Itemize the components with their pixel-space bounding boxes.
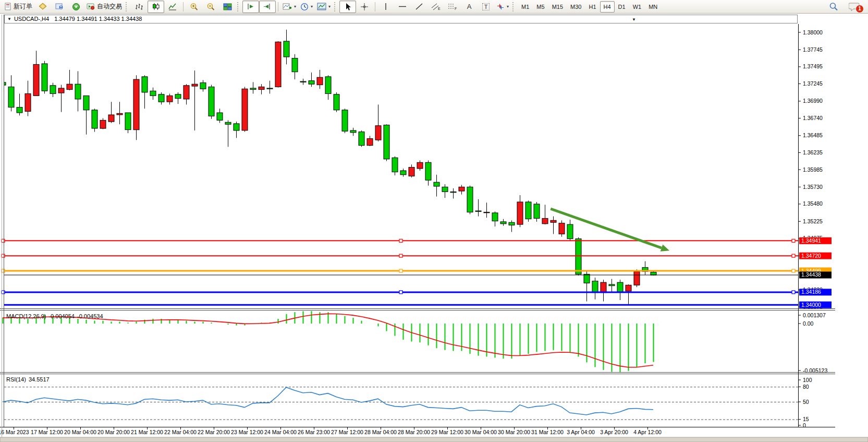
search-icon: [829, 2, 838, 11]
zoom-out-button[interactable]: [202, 1, 219, 13]
svg-text:1.36485: 1.36485: [803, 132, 823, 138]
macd-label-row: MACD(12,26,9)-0.004054-0.004534: [6, 313, 106, 319]
price-label-1.34720: 1.34720: [799, 253, 832, 259]
svg-text:30 Mar 04:00: 30 Mar 04:00: [464, 429, 497, 435]
timeframe-h4[interactable]: H4: [600, 1, 615, 13]
new-order-button[interactable]: 新订单: [2, 1, 34, 13]
timeframe-w1[interactable]: W1: [629, 1, 645, 13]
line-chart-button[interactable]: [164, 1, 181, 13]
cursor-tool-button[interactable]: [339, 1, 356, 13]
svg-text:1.38000: 1.38000: [803, 29, 823, 35]
svg-text:1.34438: 1.34438: [801, 271, 821, 278]
text-tool-icon: A: [467, 3, 472, 10]
new-order-icon: [4, 3, 12, 10]
notifications-button[interactable]: 1: [846, 1, 863, 13]
dropdown-caret-icon: ▾: [311, 4, 313, 9]
svg-text:20 Mar 04:00: 20 Mar 04:00: [64, 429, 96, 435]
svg-text:27 Mar 12:00: 27 Mar 12:00: [331, 429, 363, 435]
signals-button[interactable]: [68, 1, 84, 13]
toolbar-separator: [375, 2, 375, 11]
svg-text:50: 50: [803, 399, 809, 405]
dropdown-caret-icon: ▾: [507, 4, 509, 9]
svg-text:1.37245: 1.37245: [803, 80, 823, 87]
autotrading-icon: [87, 3, 95, 10]
toolbar-grip: [237, 2, 241, 11]
community-button[interactable]: [51, 1, 68, 13]
templates-button[interactable]: ▾: [315, 1, 333, 13]
vertical-line-icon: [382, 3, 389, 10]
svg-text:26 Mar 23:00: 26 Mar 23:00: [298, 429, 330, 435]
market-watch-button[interactable]: [34, 1, 51, 13]
auto-scroll-button[interactable]: [242, 1, 259, 13]
timeframe-m30[interactable]: M30: [567, 1, 585, 13]
svg-text:1.36235: 1.36235: [803, 149, 823, 156]
svg-text:1.36740: 1.36740: [803, 115, 823, 121]
templates-icon: [317, 3, 326, 10]
arrows-icon: [496, 3, 505, 10]
svg-text:1.34941: 1.34941: [801, 237, 821, 244]
zoom-in-button[interactable]: [186, 1, 202, 13]
svg-text:22 Mar 20:00: 22 Mar 20:00: [198, 429, 230, 435]
bar-chart-button[interactable]: [131, 1, 148, 13]
timeframe-m5[interactable]: M5: [533, 1, 548, 13]
fibonacci-tool-button[interactable]: F: [444, 1, 461, 13]
svg-text:1.35480: 1.35480: [803, 200, 823, 207]
timeframe-mn[interactable]: MN: [645, 1, 661, 13]
svg-text:80: 80: [803, 384, 809, 390]
search-button[interactable]: [825, 1, 842, 13]
text-label-tool-button[interactable]: T: [478, 1, 494, 13]
chat-bubble-icon: 1: [849, 2, 860, 11]
clock-icon: [300, 3, 309, 11]
vertical-line-tool-button[interactable]: [377, 1, 394, 13]
timeframe-d1[interactable]: D1: [615, 1, 629, 13]
svg-text:E: E: [438, 7, 441, 10]
svg-text:-0.005123: -0.005123: [803, 367, 827, 374]
line-chart-icon: [168, 3, 177, 10]
toolbar-right-icons: 1: [825, 1, 866, 13]
cursor-icon: [344, 3, 352, 11]
svg-text:29 Mar 12:00: 29 Mar 12:00: [431, 429, 463, 435]
tile-windows-button[interactable]: [219, 1, 236, 13]
zoom-in-icon: [190, 3, 199, 11]
chart-shift-icon: [263, 3, 272, 10]
timeframe-h1[interactable]: H1: [585, 1, 600, 13]
titlebar-caret-icon[interactable]: ▼: [632, 15, 636, 24]
equidistant-channel-icon: E: [431, 3, 441, 10]
svg-text:1.36990: 1.36990: [803, 98, 823, 104]
svg-text:16 Mar 2023: 16 Mar 2023: [0, 429, 29, 435]
status-bar: [0, 437, 868, 442]
channel-tool-button[interactable]: E: [427, 1, 444, 13]
timeframe-m1[interactable]: M1: [518, 1, 533, 13]
svg-text:22 Mar 04:00: 22 Mar 04:00: [164, 429, 197, 435]
trendline-icon: [415, 3, 423, 10]
svg-text:0.00: 0.00: [803, 320, 814, 327]
bar-chart-icon: [135, 3, 143, 10]
rsi-value: 34.5517: [29, 376, 50, 383]
svg-text:23 Mar 12:00: 23 Mar 12:00: [231, 429, 263, 435]
chart-shift-button[interactable]: [259, 1, 276, 13]
symbol-dropdown-icon[interactable]: ▼: [7, 15, 11, 23]
periods-button[interactable]: ▾: [298, 1, 315, 13]
autotrading-button[interactable]: 自动交易: [84, 1, 124, 13]
new-order-label: 新订单: [14, 2, 32, 11]
toolbar-grip: [334, 2, 338, 11]
svg-text:100: 100: [803, 377, 812, 383]
macd-signal-value: -0.004534: [77, 313, 103, 319]
trendline-tool-button[interactable]: [411, 1, 427, 13]
svg-text:1.35985: 1.35985: [803, 166, 823, 173]
timeframe-m15[interactable]: M15: [548, 1, 567, 13]
arrows-tool-button[interactable]: ▾: [494, 1, 511, 13]
svg-text:1.37495: 1.37495: [803, 63, 823, 69]
horizontal-line-tool-button[interactable]: [394, 1, 411, 13]
chart-canvas[interactable]: 1.380001.377451.374951.372451.369901.367…: [0, 14, 868, 442]
candlestick-chart-button[interactable]: [148, 1, 164, 13]
text-tool-button[interactable]: A: [461, 1, 478, 13]
crosshair-tool-button[interactable]: [356, 1, 373, 13]
svg-text:21 Mar 12:00: 21 Mar 12:00: [131, 429, 163, 435]
rsi-label: RSI(14): [6, 376, 26, 383]
indicators-button[interactable]: ▾: [280, 1, 298, 13]
profile-icon: [55, 3, 64, 11]
svg-text:31 Mar 12:00: 31 Mar 12:00: [531, 429, 564, 435]
candlestick-chart-icon: [152, 3, 160, 10]
svg-text:0.001307: 0.001307: [803, 312, 826, 318]
